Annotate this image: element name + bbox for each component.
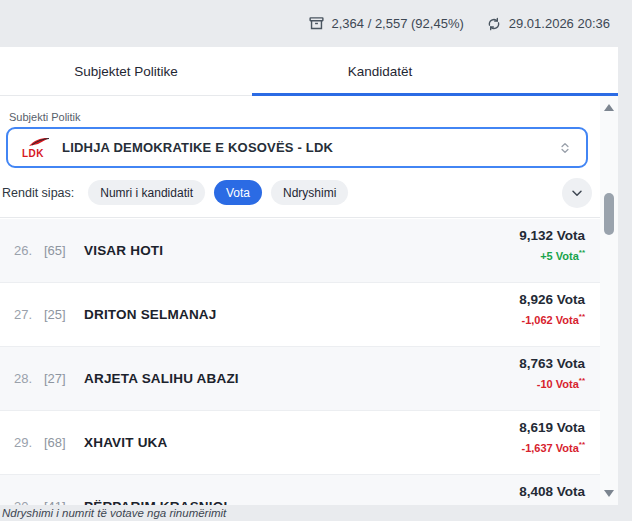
candidate-ballot-number: [65] bbox=[44, 243, 80, 258]
results-page: 2,364 / 2,557 (92,45%) 29.01.2026 20:36 … bbox=[0, 0, 632, 521]
candidate-votes-group: 8,926 Vota -1,062 Vota** bbox=[519, 283, 585, 346]
subject-select-value: LIDHJA DEMOKRATIKE E KOSOVËS - LDK bbox=[62, 140, 548, 155]
candidate-votes-group: 8,763 Vota -10 Vota** bbox=[519, 347, 585, 410]
candidate-vote-change: -1,062 Vota** bbox=[521, 312, 585, 326]
counted-ratio-text: 2,364 / 2,557 (92,45%) bbox=[332, 16, 464, 31]
tab-label: Subjektet Politike bbox=[74, 64, 178, 79]
sort-label: Rendit sipas: bbox=[2, 186, 74, 200]
scrollbar-thumb[interactable] bbox=[604, 193, 614, 235]
results-card: Subjektet Politike Kandidatët Subjekti P… bbox=[0, 47, 618, 505]
ldk-party-logo: LDK bbox=[22, 137, 52, 159]
ballot-box-icon bbox=[308, 15, 325, 32]
scroll-up-icon[interactable] bbox=[604, 104, 614, 111]
candidate-votes: 8,926 Vota bbox=[519, 292, 585, 307]
candidate-ballot-number: [25] bbox=[44, 307, 80, 322]
candidate-name: XHAVIT UKA bbox=[80, 435, 519, 450]
candidates-panel: Subjekti Politik LDK LIDHJA DEMOKRATIKE … bbox=[0, 96, 600, 505]
candidate-name: DRITON SELMANAJ bbox=[80, 307, 519, 322]
candidate-votes-group: 8,619 Vota -1,637 Vota** bbox=[519, 411, 585, 474]
candidate-ballot-number: [27] bbox=[44, 371, 80, 386]
scroll-down-icon[interactable] bbox=[604, 490, 614, 497]
candidate-vote-change: -10 Vota** bbox=[537, 376, 585, 390]
ldk-logo-text: LDK bbox=[22, 148, 44, 159]
subject-filter-label: Subjekti Politik bbox=[9, 111, 81, 123]
status-bar: 2,364 / 2,557 (92,45%) 29.01.2026 20:36 bbox=[0, 0, 632, 47]
candidate-vote-change: +5 Vota** bbox=[540, 248, 585, 262]
footnote-text: Ndryshimi i numrit të votave nga rinumër… bbox=[2, 507, 632, 519]
candidate-row[interactable]: 28. [27] ARJETA SALIHU ABAZI 8,763 Vota … bbox=[0, 347, 600, 411]
sort-option-numri-i-kandidatit[interactable]: Numri i kandidatit bbox=[88, 180, 205, 205]
last-updated-group: 29.01.2026 20:36 bbox=[486, 16, 610, 32]
last-updated-text: 29.01.2026 20:36 bbox=[509, 16, 610, 31]
candidate-rank: 27. bbox=[14, 307, 44, 322]
footnote-bar: Ndryshimi i numrit të votave nga rinumër… bbox=[0, 505, 632, 521]
candidate-votes-group: 9,132 Vota +5 Vota** bbox=[519, 219, 585, 282]
candidate-votes-group: 8,408 Vota bbox=[519, 475, 585, 505]
refresh-icon[interactable] bbox=[486, 16, 502, 32]
collapse-filters-button[interactable] bbox=[562, 178, 592, 208]
tab-kandidatet[interactable]: Kandidatët bbox=[252, 47, 618, 95]
candidate-rank: 26. bbox=[14, 243, 44, 258]
candidate-ballot-number: [68] bbox=[44, 435, 80, 450]
candidate-row[interactable]: 26. [65] VISAR HOTI 9,132 Vota +5 Vota** bbox=[0, 219, 600, 283]
counted-stations-group: 2,364 / 2,557 (92,45%) bbox=[308, 15, 464, 32]
candidate-vote-change: -1,637 Vota** bbox=[521, 440, 585, 454]
candidate-name: ARJETA SALIHU ABAZI bbox=[80, 371, 519, 386]
candidate-name: VISAR HOTI bbox=[80, 243, 519, 258]
chevron-down-icon bbox=[569, 185, 585, 201]
vertical-scrollbar[interactable] bbox=[600, 96, 618, 505]
sort-option-vota[interactable]: Vota bbox=[214, 180, 262, 205]
tab-bar: Subjektet Politike Kandidatët bbox=[0, 47, 618, 96]
candidate-list: 26. [65] VISAR HOTI 9,132 Vota +5 Vota**… bbox=[0, 219, 600, 505]
sort-option-ndryshimi[interactable]: Ndryshimi bbox=[271, 180, 348, 205]
candidate-row[interactable]: 30. [41] PËRPARIM KRASNIQI 8,408 Vota bbox=[0, 475, 600, 505]
candidate-votes: 8,763 Vota bbox=[519, 356, 585, 371]
candidate-row[interactable]: 27. [25] DRITON SELMANAJ 8,926 Vota -1,0… bbox=[0, 283, 600, 347]
tab-label: Kandidatët bbox=[348, 64, 413, 79]
candidate-votes: 8,408 Vota bbox=[519, 484, 585, 499]
tab-subjektet-politike[interactable]: Subjektet Politike bbox=[0, 47, 252, 95]
candidate-rank: 28. bbox=[14, 371, 44, 386]
sort-controls: Rendit sipas: Numri i kandidatit Vota Nd… bbox=[0, 168, 600, 218]
candidate-votes: 9,132 Vota bbox=[519, 228, 585, 243]
candidate-rank: 29. bbox=[14, 435, 44, 450]
selector-chevrons-icon bbox=[558, 140, 572, 156]
candidate-votes: 8,619 Vota bbox=[519, 420, 585, 435]
subject-select[interactable]: LDK LIDHJA DEMOKRATIKE E KOSOVËS - LDK bbox=[6, 127, 588, 168]
candidate-row[interactable]: 29. [68] XHAVIT UKA 8,619 Vota -1,637 Vo… bbox=[0, 411, 600, 475]
